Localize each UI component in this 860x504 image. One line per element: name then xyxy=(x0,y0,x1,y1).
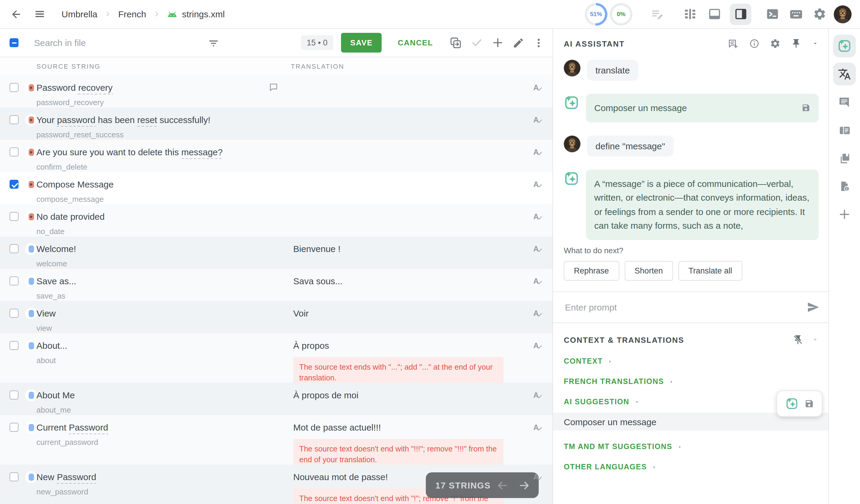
more-options-icon[interactable] xyxy=(533,37,545,49)
row-checkbox[interactable] xyxy=(10,341,18,350)
spellcheck-icon[interactable]: A xyxy=(533,82,543,92)
user-avatar[interactable] xyxy=(834,5,852,23)
console-icon[interactable] xyxy=(766,7,779,21)
string-key: password_recovery xyxy=(37,98,266,107)
row-checkbox[interactable] xyxy=(10,83,18,92)
context-tab-icon[interactable] xyxy=(833,119,856,142)
assistant-message: Composer un message xyxy=(586,94,819,122)
translate-all-button[interactable]: Translate all xyxy=(678,261,742,280)
source-string: Your password has been reset successfull… xyxy=(37,115,266,125)
table-row[interactable]: Are you sure you want to delete this mes… xyxy=(0,140,553,172)
ai-assistant-tab-icon[interactable] xyxy=(833,35,856,57)
shorten-button[interactable]: Shorten xyxy=(625,261,673,280)
table-row[interactable]: Current Passwordcurrent_passwordMot de p… xyxy=(0,415,553,465)
filter-icon[interactable] xyxy=(208,38,219,49)
breadcrumb-project[interactable]: Umbrella xyxy=(61,9,97,19)
source-string: Password recovery xyxy=(37,83,266,92)
section-context[interactable]: CONTEXT xyxy=(564,357,819,365)
row-checkbox[interactable] xyxy=(10,115,18,124)
add-tab-icon[interactable] xyxy=(833,203,856,226)
prompt-input[interactable] xyxy=(564,302,807,313)
send-prompt-icon[interactable] xyxy=(807,301,819,314)
spellcheck-icon[interactable]: A xyxy=(533,114,543,125)
section-other-languages[interactable]: OTHER LANGUAGES xyxy=(564,463,819,471)
spellcheck-icon[interactable]: A xyxy=(533,178,543,189)
row-checkbox[interactable] xyxy=(10,244,18,253)
breadcrumb-language[interactable]: French xyxy=(118,9,146,19)
side-by-side-view-icon[interactable] xyxy=(683,7,697,21)
comment-icon[interactable] xyxy=(269,83,278,92)
source-string: Compose Message xyxy=(37,179,266,189)
status-dot-untranslated xyxy=(25,178,37,190)
keyboard-shortcuts-icon[interactable] xyxy=(789,7,803,21)
collapse-section-chevron-icon[interactable] xyxy=(812,336,819,343)
collapse-chevron-icon[interactable] xyxy=(812,40,819,47)
rephrase-button[interactable]: Rephrase xyxy=(564,261,619,280)
translated-progress-ring[interactable]: 51% xyxy=(585,3,607,25)
row-checkbox[interactable] xyxy=(10,276,18,285)
table-row[interactable]: About...aboutÀ proposThe source text end… xyxy=(0,333,553,383)
select-all-checkbox[interactable] xyxy=(10,38,18,47)
row-checkbox[interactable] xyxy=(10,180,18,189)
approve-icon[interactable] xyxy=(471,37,483,49)
row-checkbox[interactable] xyxy=(10,147,18,156)
glossary-tab-icon[interactable] xyxy=(833,147,856,170)
table-row[interactable]: Compose Messagecompose_messageA xyxy=(0,172,553,204)
spellcheck-icon[interactable]: A xyxy=(533,146,543,157)
save-suggestion-icon[interactable] xyxy=(804,399,814,408)
edit-pencil-icon[interactable] xyxy=(513,37,524,49)
search-input[interactable] xyxy=(33,37,182,48)
spellcheck-icon[interactable]: A xyxy=(533,211,543,221)
source-string: About Me xyxy=(37,390,266,400)
row-checkbox[interactable] xyxy=(10,390,18,400)
spellcheck-icon[interactable]: A xyxy=(533,340,543,350)
info-icon[interactable] xyxy=(749,38,760,49)
pin-panel-icon[interactable] xyxy=(791,38,801,49)
spellcheck-icon[interactable]: A xyxy=(533,243,543,254)
next-page-icon[interactable] xyxy=(518,479,530,491)
string-key: confirm_delete xyxy=(37,162,266,171)
table-row[interactable]: Password recoverypassword_recoveryA xyxy=(0,75,553,107)
draft-edit-icon[interactable] xyxy=(650,7,665,21)
table-row[interactable]: ViewviewVoirA xyxy=(0,301,553,333)
translations-tab-icon[interactable] xyxy=(833,63,856,85)
back-icon[interactable] xyxy=(10,8,22,20)
spellcheck-icon[interactable]: A xyxy=(533,389,543,400)
settings-gear-icon[interactable] xyxy=(813,7,827,21)
section-tm-and-mt-suggestions[interactable]: TM AND MT SUGGESTIONS xyxy=(564,443,819,451)
prompt-bar xyxy=(553,291,828,323)
spellcheck-icon[interactable]: A xyxy=(533,422,543,432)
previous-page-icon[interactable] xyxy=(496,479,508,491)
new-conversation-icon[interactable] xyxy=(728,38,739,49)
right-panel-view-icon-active[interactable] xyxy=(730,3,751,25)
ai-settings-gear-icon[interactable] xyxy=(770,38,780,49)
row-checkbox[interactable] xyxy=(10,309,18,318)
table-row[interactable]: No date providedno_dateA xyxy=(0,204,553,236)
ai-suggestion-icon[interactable] xyxy=(785,397,798,410)
approved-progress-ring[interactable]: 0% xyxy=(610,3,632,25)
status-dot-translated xyxy=(25,275,37,287)
table-row[interactable]: About Meabout_meÀ propos de moiA xyxy=(0,383,553,415)
spellcheck-icon[interactable]: A xyxy=(533,275,543,286)
row-checkbox[interactable] xyxy=(10,212,18,221)
selected-counter-badge: 15 • 0 xyxy=(301,35,333,50)
add-string-icon[interactable] xyxy=(491,37,504,49)
cancel-button[interactable]: CANCEL xyxy=(394,38,436,48)
table-row[interactable]: Your password has been reset successfull… xyxy=(0,107,553,140)
table-row[interactable]: Welcome!welcomeBienvenue !A xyxy=(0,236,553,269)
file-info-tab-icon[interactable] xyxy=(833,175,856,198)
comments-tab-icon[interactable] xyxy=(833,91,856,113)
row-checkbox[interactable] xyxy=(10,423,18,432)
table-row[interactable]: Save as...save_asSava sous...A xyxy=(0,269,553,301)
copy-source-icon[interactable] xyxy=(449,36,462,49)
row-checkbox[interactable] xyxy=(10,472,18,481)
save-button[interactable]: SAVE xyxy=(341,33,382,53)
spellcheck-icon[interactable]: A xyxy=(533,471,543,482)
save-suggestion-icon[interactable] xyxy=(801,104,811,113)
string-key: about xyxy=(37,356,266,365)
spellcheck-icon[interactable]: A xyxy=(533,307,543,318)
unpin-section-icon[interactable] xyxy=(792,334,803,345)
menu-icon[interactable] xyxy=(34,8,45,20)
bottom-panel-view-icon[interactable] xyxy=(708,7,721,21)
section-french-translations[interactable]: FRENCH TRANSLATIONS xyxy=(564,377,819,386)
